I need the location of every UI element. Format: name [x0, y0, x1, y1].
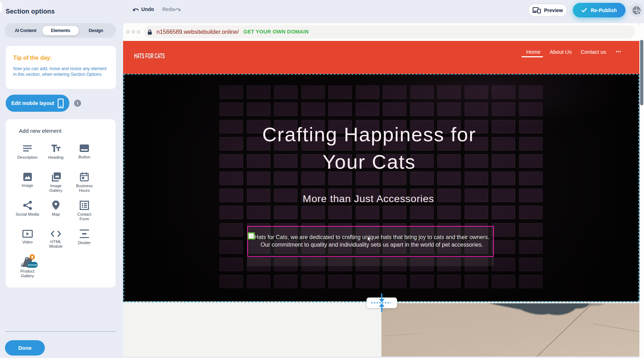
svg-text:SHOP: SHOP — [28, 263, 38, 267]
